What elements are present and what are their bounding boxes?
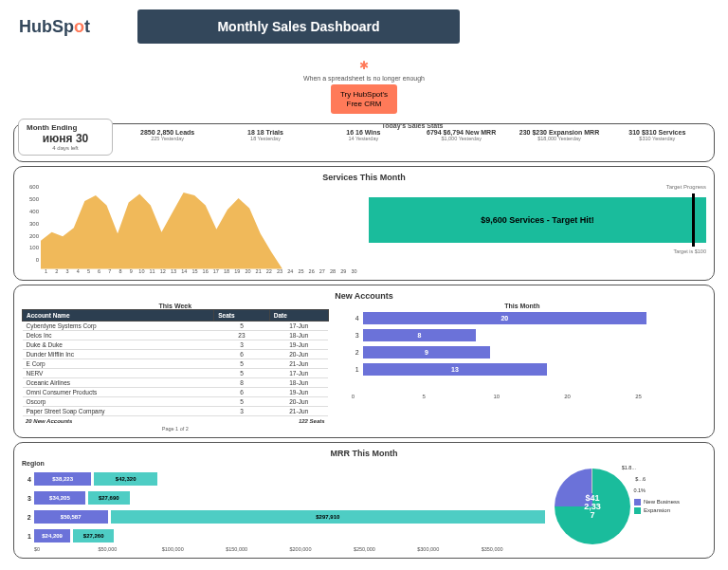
month-ending-label: Month Ending [27, 123, 104, 132]
services-title: Services This Month [22, 173, 706, 182]
accounts-table-col: This Week Account NameSeatsDate Cyberdyn… [22, 303, 329, 432]
table-row[interactable]: Duke & Duke319-Jun [23, 340, 329, 350]
header: HubSpot Monthly Sales Dashboard [0, 0, 728, 53]
services-panel: Services This Month 0100200300400500600 … [13, 166, 715, 281]
new-accounts-count: 20 New Accounts [26, 418, 72, 424]
table-row[interactable]: Delos Inc2318-Jun [23, 331, 329, 340]
top-stats-panel: Month Ending июня 30 4 days left Today's… [13, 123, 715, 162]
bar-row: 29 [352, 343, 706, 360]
dashboard-title: Monthly Sales Dashboard [137, 9, 460, 44]
target-progress-label: Target Progress [369, 184, 706, 190]
accounts-table: Account NameSeatsDate Cyberdyne Systems … [22, 309, 329, 416]
mrr-panel: MRR This Month Region 4$38,223$42,3203$3… [13, 442, 715, 559]
services-target: Target Progress $9,600 Services - Target… [369, 184, 706, 274]
try-free-crm-button[interactable]: Try HubSpot's Free CRM [331, 84, 397, 114]
accounts-bar-chart: 4203829113 05102025 [338, 309, 706, 399]
mrr-bar-row: 1$24,209$27,260 [22, 527, 545, 544]
mrr-bar-chart-col: Region 4$38,223$42,3203$34,205$27,6902$5… [22, 460, 545, 552]
accounts-bar-col: This Month 4203829113 05102025 [338, 303, 706, 432]
mrr-bar-row: 3$34,205$27,690 [22, 489, 545, 506]
mrr-title: MRR This Month [22, 449, 706, 458]
bar-row: 38 [352, 326, 706, 343]
this-week-label: This Week [22, 303, 329, 309]
table-header[interactable]: Account Name [23, 310, 214, 322]
pie-legend: New Business Expansion [634, 497, 680, 516]
accounts-title: New Accounts [22, 291, 706, 301]
cta-section: ✱ When a spreadsheet is no longer enough… [0, 59, 728, 114]
mrr-bar-row: 4$38,223$42,320 [22, 470, 545, 487]
legend-item: Expansion [634, 507, 680, 514]
month-ending-card: Month Ending июня 30 4 days left [18, 119, 113, 156]
legend-item: New Business [634, 499, 680, 506]
target-progress-bar: $9,600 Services - Target Hit! [369, 197, 706, 243]
table-pagination[interactable]: Page 1 of 2 [22, 426, 329, 432]
mrr-bar-row: 2$50,587$297,910 [22, 508, 545, 525]
today-stats-title: Today's Sales Stats [118, 122, 706, 129]
table-row[interactable]: E Corp521-Jun [23, 359, 329, 369]
table-row[interactable]: Cyberdyne Systems Corp517-Jun [23, 322, 329, 331]
table-row[interactable]: Paper Street Soap Company321-Jun [23, 407, 329, 416]
region-label: Region [22, 460, 545, 467]
table-row[interactable]: NERV517-Jun [23, 369, 329, 378]
table-header[interactable]: Seats [214, 310, 270, 322]
stat-card: 230 $230 Expansion MRR$18,000 Yesterday [510, 129, 608, 141]
stat-card: 6794 $6,794 New MRR$1,000 Yesterday [412, 129, 510, 141]
stat-card: 2850 2,850 Leads225 Yesterday [118, 129, 216, 141]
table-row[interactable]: Dunder Mifflin Inc620-Jun [23, 350, 329, 359]
target-marker [692, 193, 695, 247]
table-header[interactable]: Date [269, 310, 328, 322]
mrr-pie-chart: $41 2,33 7 $1.8... $...6 0.1% [555, 469, 630, 544]
cta-tagline: When a spreadsheet is no longer enough [303, 75, 425, 82]
target-note: Target is $100 [369, 248, 706, 254]
pie-center-value: $41 2,33 7 [584, 493, 601, 519]
stat-card: 18 18 Trials18 Yesterday [216, 129, 314, 141]
bar-row: 420 [352, 309, 706, 326]
stat-card: 310 $310 Services$310 Yesterday [609, 129, 706, 141]
hubspot-logo: HubSpot [19, 17, 90, 37]
accounts-panel: New Accounts This Week Account NameSeats… [13, 285, 715, 438]
month-ending-date: июня 30 [27, 132, 104, 145]
mrr-pie-col: $41 2,33 7 $1.8... $...6 0.1% New Busine… [555, 469, 706, 544]
table-row[interactable]: Oscorp520-Jun [23, 397, 329, 407]
seats-count: 122 Seats [299, 418, 325, 424]
hubspot-sprocket-icon: ✱ [359, 59, 369, 72]
days-left: 4 days left [27, 145, 104, 151]
stat-card: 16 16 Wins14 Yesterday [315, 129, 412, 141]
this-month-label: This Month [338, 303, 706, 309]
services-area-chart: 0100200300400500600 12345678910111213141… [22, 184, 359, 274]
table-row[interactable]: Omni Consumer Products619-Jun [23, 388, 329, 397]
table-row[interactable]: Oceanic Airlines818-Jun [23, 378, 329, 388]
bar-row: 113 [352, 360, 706, 377]
